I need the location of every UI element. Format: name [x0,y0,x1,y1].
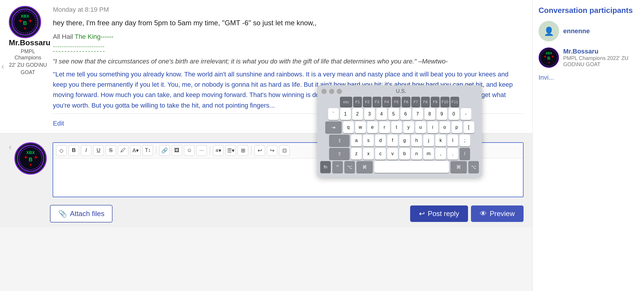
kb-b-key[interactable]: b [399,148,410,160]
kb-8-key[interactable]: 8 [425,108,435,120]
edit-link[interactable]: Edit [53,120,64,127]
kb-d-key[interactable]: d [375,135,386,146]
toolbar-list[interactable]: ☰▾ [225,145,236,156]
kb-capslock-key[interactable]: ⇪ [329,135,350,146]
kb-e-key[interactable]: e [367,121,378,133]
kb-f9-key[interactable]: F9 [431,97,440,107]
preview-button[interactable]: 👁 Preview [471,205,524,222]
kb-j-key[interactable]: j [423,135,434,146]
kb-c-key[interactable]: c [375,148,386,160]
svg-text:B: B [23,20,27,26]
kb-r-key[interactable]: r [379,121,390,133]
kb-f11-key[interactable]: F11 [450,97,459,107]
reply-nav-arrow[interactable]: ‹ [9,142,11,152]
svg-text:✦: ✦ [18,18,22,24]
kb-f3-key[interactable]: F3 [373,97,381,107]
kb-2-key[interactable]: 2 [352,108,363,120]
toolbar-bold[interactable]: B [68,145,79,156]
toolbar-redo[interactable]: ↪ [267,145,277,156]
kb-slash-key[interactable]: / [459,148,470,160]
toolbar-image[interactable]: 🖼 [172,145,182,156]
toolbar-emoji[interactable]: ☺ [184,145,194,156]
kb-a-key[interactable]: a [351,135,362,146]
toolbar-table[interactable]: ⊞ [238,145,248,156]
kb-x-key[interactable]: x [363,148,374,160]
kb-alt-left-key[interactable]: ⌥ [344,161,355,173]
toolbar-code[interactable]: ⊡ [279,145,290,156]
toolbar-underline[interactable]: U [93,145,104,156]
svg-text:👤: 👤 [544,26,554,36]
kb-0-key[interactable]: 0 [449,108,459,120]
kb-shift-left-key[interactable]: ⇧ [329,148,350,160]
toolbar-clear-format[interactable]: ◇ [56,145,67,156]
toolbar-undo[interactable]: ↩ [254,145,265,156]
toolbar-font[interactable]: A▾ [130,145,141,156]
kb-l-key[interactable]: l [447,135,458,146]
kb-1-key[interactable]: 1 [340,108,351,120]
invite-link[interactable]: Invi... [539,74,554,81]
kb-f-key[interactable]: f [387,135,398,146]
kb-n-key[interactable]: n [411,148,422,160]
kb-space-key[interactable] [374,161,449,173]
kb-ctrl-key[interactable]: ^ [332,161,343,173]
sig-dashes: ------------------------ [53,41,105,52]
kb-k-key[interactable]: k [435,135,446,146]
kb-backtick-key[interactable]: ` [328,108,339,120]
toolbar-link[interactable]: 🔗 [159,145,170,156]
kb-h-key[interactable]: h [411,135,422,146]
kb-3-key[interactable]: 3 [364,108,375,120]
kb-z-key[interactable]: z [351,148,362,160]
svg-text:✦: ✦ [33,155,38,160]
toolbar-align[interactable]: ≡▾ [213,145,224,156]
kb-f10-key[interactable]: F10 [440,97,449,107]
kb-v-key[interactable]: v [387,148,398,160]
kb-7-key[interactable]: 7 [412,108,423,120]
kb-w-key[interactable]: w [355,121,366,133]
kb-cmd-right-key[interactable]: ⌘ [450,161,467,173]
toolbar-font-size[interactable]: T↕ [142,145,153,156]
kb-cmd-left-key[interactable]: ⌘ [356,161,373,173]
kb-alt-right-key[interactable]: ⌥ [468,161,479,173]
kb-f6-key[interactable]: F6 [402,97,410,107]
kb-f1-key[interactable]: F1 [353,97,362,107]
participant-avatar-bossaru: XBX ✦ B ✦ ✦ [539,47,559,68]
kb-y-key[interactable]: y [403,121,414,133]
kb-i-key[interactable]: i [427,121,438,133]
participant-avatar-ennenne: 👤 [539,21,559,41]
kb-period-key[interactable]: . [447,148,458,160]
toolbar-color[interactable]: 🖊 [118,145,128,156]
kb-s-key[interactable]: s [363,135,374,146]
kb-tab-key[interactable]: ⇥ [325,121,342,133]
kb-semicolon-key[interactable]: ; [459,135,470,146]
kb-f7-key[interactable]: F7 [411,97,420,107]
post-reply-button[interactable]: ↩ Post reply [410,205,468,222]
kb-f4-key[interactable]: F4 [382,97,391,107]
kb-lbracket-key[interactable]: [ [464,121,474,133]
kb-g-key[interactable]: g [399,135,410,146]
kb-t-key[interactable]: t [391,121,402,133]
kb-9-key[interactable]: 9 [437,108,447,120]
kb-comma-key[interactable]: , [435,148,446,160]
toolbar-strikethrough[interactable]: S [105,145,116,156]
attach-files-button[interactable]: 📎 Attach files [50,205,113,223]
kb-4-key[interactable]: 4 [376,108,387,120]
kb-q-key[interactable]: q [343,121,354,133]
participant-ennenne: 👤 ennenne [539,21,638,41]
kb-5-key[interactable]: 5 [388,108,399,120]
kb-6-key[interactable]: 6 [400,108,411,120]
kb-fn-key[interactable]: fn [320,161,331,173]
kb-f8-key[interactable]: F8 [421,97,430,107]
toolbar-sep1 [156,146,156,155]
nav-prev-arrow[interactable]: ‹ [1,62,4,71]
kb-f5-key[interactable]: F5 [392,97,401,107]
toolbar-italic[interactable]: I [81,145,91,156]
toolbar-more[interactable]: ··· [196,145,207,156]
kb-esc-key[interactable]: esc [340,97,352,107]
author-tag1: PMPL Champions [9,48,47,61]
kb-o-key[interactable]: o [440,121,450,133]
kb-u-key[interactable]: u [415,121,426,133]
kb-m-key[interactable]: m [423,148,434,160]
kb-minus-key[interactable]: - [461,108,471,120]
kb-f2-key[interactable]: F2 [363,97,372,107]
kb-p-key[interactable]: p [452,121,462,133]
